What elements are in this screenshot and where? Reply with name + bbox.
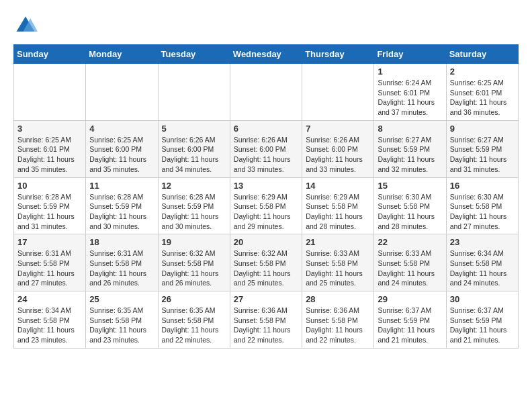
calendar-table: SundayMondayTuesdayWednesdayThursdayFrid…: [13, 44, 519, 349]
day-info: Sunrise: 6:25 AM Sunset: 6:01 PM Dayligh…: [17, 135, 82, 175]
day-info: Sunrise: 6:25 AM Sunset: 6:00 PM Dayligh…: [89, 135, 154, 175]
day-info: Sunrise: 6:33 AM Sunset: 5:58 PM Dayligh…: [306, 248, 370, 288]
weekday-header-tuesday: Tuesday: [158, 45, 230, 64]
day-number: 1: [378, 66, 442, 77]
day-number: 22: [378, 237, 442, 247]
calendar-cell: 14Sunrise: 6:29 AM Sunset: 5:58 PM Dayli…: [302, 177, 374, 234]
day-info: Sunrise: 6:37 AM Sunset: 5:59 PM Dayligh…: [378, 306, 442, 345]
calendar-cell: 25Sunrise: 6:35 AM Sunset: 5:58 PM Dayli…: [86, 291, 158, 349]
calendar-cell: 11Sunrise: 6:28 AM Sunset: 5:59 PM Dayli…: [86, 177, 158, 234]
day-number: 11: [89, 181, 154, 191]
day-number: 10: [17, 181, 82, 191]
calendar-cell: 9Sunrise: 6:27 AM Sunset: 5:59 PM Daylig…: [446, 120, 518, 177]
day-number: 20: [234, 237, 298, 247]
calendar-cell: 30Sunrise: 6:37 AM Sunset: 5:59 PM Dayli…: [446, 291, 518, 349]
calendar-cell: 26Sunrise: 6:35 AM Sunset: 5:58 PM Dayli…: [158, 291, 230, 349]
calendar-week-4: 17Sunrise: 6:31 AM Sunset: 5:58 PM Dayli…: [14, 234, 519, 291]
day-info: Sunrise: 6:35 AM Sunset: 5:58 PM Dayligh…: [89, 306, 154, 345]
calendar-cell: 5Sunrise: 6:26 AM Sunset: 6:00 PM Daylig…: [158, 120, 230, 177]
calendar-cell: 12Sunrise: 6:28 AM Sunset: 5:59 PM Dayli…: [158, 177, 230, 234]
calendar-cell: 27Sunrise: 6:36 AM Sunset: 5:58 PM Dayli…: [230, 291, 302, 349]
day-info: Sunrise: 6:28 AM Sunset: 5:59 PM Dayligh…: [162, 192, 226, 232]
day-info: Sunrise: 6:37 AM Sunset: 5:59 PM Dayligh…: [450, 306, 515, 345]
calendar-cell: 16Sunrise: 6:30 AM Sunset: 5:58 PM Dayli…: [446, 177, 518, 234]
day-info: Sunrise: 6:29 AM Sunset: 5:58 PM Dayligh…: [234, 192, 298, 232]
day-info: Sunrise: 6:26 AM Sunset: 6:00 PM Dayligh…: [306, 135, 370, 175]
calendar-cell: 21Sunrise: 6:33 AM Sunset: 5:58 PM Dayli…: [302, 234, 374, 291]
day-number: 29: [378, 294, 442, 304]
day-number: 24: [17, 294, 82, 304]
calendar-cell: 22Sunrise: 6:33 AM Sunset: 5:58 PM Dayli…: [374, 234, 446, 291]
calendar-cell: 29Sunrise: 6:37 AM Sunset: 5:59 PM Dayli…: [374, 291, 446, 349]
day-info: Sunrise: 6:24 AM Sunset: 6:01 PM Dayligh…: [378, 78, 442, 118]
day-number: 21: [306, 237, 370, 247]
calendar-cell: 8Sunrise: 6:27 AM Sunset: 5:59 PM Daylig…: [374, 120, 446, 177]
day-info: Sunrise: 6:28 AM Sunset: 5:59 PM Dayligh…: [17, 192, 82, 232]
calendar-cell: 2Sunrise: 6:25 AM Sunset: 6:01 PM Daylig…: [446, 64, 518, 121]
calendar-week-5: 24Sunrise: 6:34 AM Sunset: 5:58 PM Dayli…: [14, 291, 519, 349]
day-info: Sunrise: 6:29 AM Sunset: 5:58 PM Dayligh…: [306, 192, 370, 232]
day-info: Sunrise: 6:25 AM Sunset: 6:01 PM Dayligh…: [450, 78, 515, 118]
day-info: Sunrise: 6:27 AM Sunset: 5:59 PM Dayligh…: [450, 135, 515, 175]
day-info: Sunrise: 6:31 AM Sunset: 5:58 PM Dayligh…: [17, 248, 82, 288]
calendar-cell: 13Sunrise: 6:29 AM Sunset: 5:58 PM Dayli…: [230, 177, 302, 234]
weekday-header-friday: Friday: [374, 45, 446, 64]
day-number: 9: [450, 124, 515, 134]
weekday-header-saturday: Saturday: [446, 45, 518, 64]
day-info: Sunrise: 6:36 AM Sunset: 5:58 PM Dayligh…: [234, 306, 298, 345]
calendar-cell: 24Sunrise: 6:34 AM Sunset: 5:58 PM Dayli…: [14, 291, 86, 349]
weekday-header-row: SundayMondayTuesdayWednesdayThursdayFrid…: [14, 45, 519, 64]
calendar-cell: [302, 64, 374, 121]
day-info: Sunrise: 6:26 AM Sunset: 6:00 PM Dayligh…: [162, 135, 226, 175]
day-info: Sunrise: 6:36 AM Sunset: 5:58 PM Dayligh…: [306, 306, 370, 345]
day-number: 16: [450, 181, 515, 191]
day-info: Sunrise: 6:27 AM Sunset: 5:59 PM Dayligh…: [378, 135, 442, 175]
day-number: 6: [234, 124, 298, 134]
day-number: 14: [306, 181, 370, 191]
calendar-cell: 23Sunrise: 6:34 AM Sunset: 5:58 PM Dayli…: [446, 234, 518, 291]
day-number: 26: [162, 294, 226, 304]
day-info: Sunrise: 6:32 AM Sunset: 5:58 PM Dayligh…: [162, 248, 226, 288]
logo: [13, 13, 40, 38]
weekday-header-monday: Monday: [86, 45, 158, 64]
calendar-cell: [14, 64, 86, 121]
day-number: 4: [89, 124, 154, 134]
day-info: Sunrise: 6:33 AM Sunset: 5:58 PM Dayligh…: [378, 248, 442, 288]
calendar-cell: 3Sunrise: 6:25 AM Sunset: 6:01 PM Daylig…: [14, 120, 86, 177]
day-number: 30: [450, 294, 515, 304]
calendar-cell: [86, 64, 158, 121]
day-number: 27: [234, 294, 298, 304]
day-info: Sunrise: 6:30 AM Sunset: 5:58 PM Dayligh…: [378, 192, 442, 232]
calendar-cell: [158, 64, 230, 121]
page-header: [13, 13, 519, 38]
day-info: Sunrise: 6:26 AM Sunset: 6:00 PM Dayligh…: [234, 135, 298, 175]
day-number: 18: [89, 237, 154, 247]
day-number: 19: [162, 237, 226, 247]
calendar-cell: 15Sunrise: 6:30 AM Sunset: 5:58 PM Dayli…: [374, 177, 446, 234]
calendar-cell: 20Sunrise: 6:32 AM Sunset: 5:58 PM Dayli…: [230, 234, 302, 291]
day-number: 7: [306, 124, 370, 134]
day-info: Sunrise: 6:28 AM Sunset: 5:59 PM Dayligh…: [89, 192, 154, 232]
calendar-cell: 7Sunrise: 6:26 AM Sunset: 6:00 PM Daylig…: [302, 120, 374, 177]
calendar-cell: 6Sunrise: 6:26 AM Sunset: 6:00 PM Daylig…: [230, 120, 302, 177]
calendar-cell: 10Sunrise: 6:28 AM Sunset: 5:59 PM Dayli…: [14, 177, 86, 234]
day-number: 25: [89, 294, 154, 304]
day-number: 8: [378, 124, 442, 134]
calendar-cell: 1Sunrise: 6:24 AM Sunset: 6:01 PM Daylig…: [374, 64, 446, 121]
calendar-week-3: 10Sunrise: 6:28 AM Sunset: 5:59 PM Dayli…: [14, 177, 519, 234]
day-info: Sunrise: 6:31 AM Sunset: 5:58 PM Dayligh…: [89, 248, 154, 288]
day-info: Sunrise: 6:34 AM Sunset: 5:58 PM Dayligh…: [17, 306, 82, 345]
weekday-header-thursday: Thursday: [302, 45, 374, 64]
weekday-header-sunday: Sunday: [14, 45, 86, 64]
logo-icon: [13, 13, 38, 38]
day-number: 2: [450, 66, 515, 77]
day-info: Sunrise: 6:30 AM Sunset: 5:58 PM Dayligh…: [450, 192, 515, 232]
day-number: 17: [17, 237, 82, 247]
day-number: 28: [306, 294, 370, 304]
calendar-cell: 17Sunrise: 6:31 AM Sunset: 5:58 PM Dayli…: [14, 234, 86, 291]
day-info: Sunrise: 6:34 AM Sunset: 5:58 PM Dayligh…: [450, 248, 515, 288]
calendar-week-2: 3Sunrise: 6:25 AM Sunset: 6:01 PM Daylig…: [14, 120, 519, 177]
calendar-cell: 18Sunrise: 6:31 AM Sunset: 5:58 PM Dayli…: [86, 234, 158, 291]
day-number: 12: [162, 181, 226, 191]
weekday-header-wednesday: Wednesday: [230, 45, 302, 64]
